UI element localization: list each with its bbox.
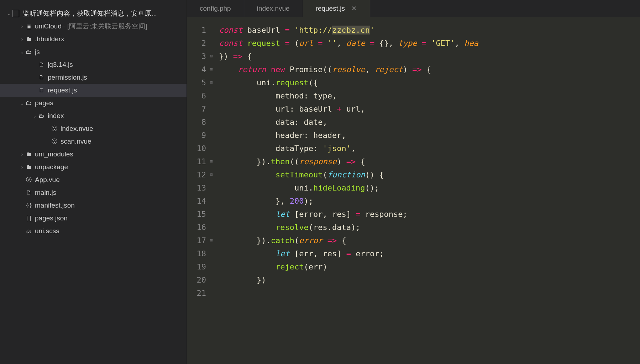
tree-item-request-js[interactable]: 🗋request.js xyxy=(0,84,187,97)
project-title: 监听通知栏内容，获取通知栏消息，安卓原... xyxy=(23,9,157,18)
tree-item--hbuilderx[interactable]: ›🖿.hbuilderx xyxy=(0,33,187,46)
tree-item-label: index.nvue xyxy=(61,125,93,133)
code-line[interactable]: }).then((response) => { xyxy=(219,155,640,168)
tree-item-scan-nvue[interactable]: Ⓥscan.nvue xyxy=(0,135,187,148)
line-number: 11 xyxy=(187,155,206,168)
line-number: 3 xyxy=(187,50,206,63)
code-line[interactable]: reject(err) xyxy=(219,260,640,273)
code-line[interactable]: }) => { xyxy=(219,50,640,63)
chevron-down-icon[interactable]: ⌄ xyxy=(19,49,25,55)
fold-spacer xyxy=(208,273,215,287)
fold-toggle-icon[interactable]: ⊟ xyxy=(208,63,215,76)
tree-item-label: js xyxy=(35,48,40,56)
line-number: 18 xyxy=(187,247,206,260)
code-line[interactable]: uni.hideLoading(); xyxy=(219,181,640,194)
code-line[interactable]: }) xyxy=(219,273,640,287)
code-line[interactable]: uni.request({ xyxy=(219,76,640,89)
tree-item-suffix: – [阿里云:未关联云服务空间] xyxy=(62,22,147,31)
tab-config-php[interactable]: config.php xyxy=(187,0,244,17)
tree-item-label: uni.scss xyxy=(35,227,59,235)
folder-open-icon: 🗁 xyxy=(25,49,33,55)
line-number: 10 xyxy=(187,142,206,155)
tree-item-unpackage[interactable]: ›🖿unpackage xyxy=(0,161,187,173)
close-icon[interactable]: ✕ xyxy=(351,5,357,12)
code-editor[interactable]: 123456789101112131415161718192021 ⊟⊟⊟⊟⊟⊟… xyxy=(187,17,640,364)
tab-request-js[interactable]: request.js✕ xyxy=(303,0,370,17)
code-line[interactable]: return new Promise((resolve, reject) => … xyxy=(219,63,640,76)
code-line[interactable]: resolve(res.data); xyxy=(219,221,640,234)
fold-toggle-icon[interactable]: ⊟ xyxy=(208,155,215,168)
line-number: 19 xyxy=(187,260,206,273)
line-number: 1 xyxy=(187,23,206,37)
fold-spacer xyxy=(208,287,215,300)
chevron-right-icon[interactable]: › xyxy=(19,36,25,42)
fold-spacer xyxy=(208,37,215,50)
fold-spacer xyxy=(208,129,215,142)
tree-item-label: .hbuilderx xyxy=(35,35,64,43)
line-number: 13 xyxy=(187,181,206,194)
code-line[interactable]: }).catch(error => { xyxy=(219,234,640,247)
tree-item-app-vue[interactable]: ⓋApp.vue xyxy=(0,173,187,186)
tree-item-index-nvue[interactable]: Ⓥindex.nvue xyxy=(0,122,187,135)
line-number: 9 xyxy=(187,129,206,142)
chevron-down-icon[interactable]: ⌄ xyxy=(19,100,25,106)
folder-icon: 🖿 xyxy=(25,164,33,170)
fold-toggle-icon[interactable]: ⊟ xyxy=(208,76,215,89)
tree-item-label: pages xyxy=(35,99,53,107)
line-number: 5 xyxy=(187,76,206,89)
folder-icon: 🖿 xyxy=(25,36,33,42)
chevron-right-icon[interactable]: › xyxy=(19,151,25,157)
code-line[interactable]: data: date, xyxy=(219,116,640,129)
fold-spacer xyxy=(208,89,215,102)
tree-item-label: permission.js xyxy=(48,74,87,81)
code-line[interactable]: url: baseUrl + url, xyxy=(219,102,640,116)
line-number: 7 xyxy=(187,102,206,116)
tree-item-pages[interactable]: ⌄🗁pages xyxy=(0,97,187,109)
chevron-down-icon[interactable]: ⌄ xyxy=(32,113,38,119)
tree-item-permission-js[interactable]: 🗋permission.js xyxy=(0,71,187,84)
fold-spacer xyxy=(208,247,215,260)
tree-item-pages-json[interactable]: [ ]pages.json xyxy=(0,212,187,225)
chevron-right-icon[interactable]: › xyxy=(19,164,25,170)
code-line[interactable]: const baseUrl = 'http://zzcbz.cn' xyxy=(219,23,640,37)
code-line[interactable] xyxy=(219,287,640,300)
file-nvue-icon: Ⓥ xyxy=(51,125,58,133)
tree-root[interactable]: ⌄ 监听通知栏内容，获取通知栏消息，安卓原... xyxy=(0,7,187,20)
line-number: 12 xyxy=(187,168,206,181)
folder-open-icon: 🗁 xyxy=(25,100,33,106)
fold-toggle-icon[interactable]: ⊟ xyxy=(208,234,215,247)
fold-spacer xyxy=(208,194,215,208)
file-js-icon: 🗋 xyxy=(38,74,46,81)
code-line[interactable]: dataType: 'json', xyxy=(219,142,640,155)
tree-item-index[interactable]: ⌄🗁index xyxy=(0,109,187,122)
code-line[interactable]: setTimeout(function() { xyxy=(219,168,640,181)
tree-item-main-js[interactable]: 🗋main.js xyxy=(0,186,187,199)
tree-item-unicloud[interactable]: ›▣uniCloud – [阿里云:未关联云服务空间] xyxy=(0,20,187,33)
line-number: 2 xyxy=(187,37,206,50)
code-line[interactable]: let [err, res] = error; xyxy=(219,247,640,260)
tree-item-uni-modules[interactable]: ›🖿uni_modules xyxy=(0,148,187,161)
fold-toggle-icon[interactable]: ⊟ xyxy=(208,50,215,63)
code-line[interactable]: let [error, res] = response; xyxy=(219,208,640,221)
tree-item-label: jq3.14.js xyxy=(48,61,73,69)
tab-index-nvue[interactable]: index.nvue xyxy=(244,0,303,17)
fold-spacer xyxy=(208,181,215,194)
fold-toggle-icon[interactable]: ⊟ xyxy=(208,168,215,181)
tree-item-jq3-14-js[interactable]: 🗋jq3.14.js xyxy=(0,58,187,71)
code-line[interactable]: method: type, xyxy=(219,89,640,102)
tree-item-label: request.js xyxy=(48,86,77,94)
code-content[interactable]: const baseUrl = 'http://zzcbz.cn'const r… xyxy=(215,23,640,364)
fold-spacer xyxy=(208,23,215,37)
code-line[interactable]: const request = (url = '', date = {}, ty… xyxy=(219,37,640,50)
tree-item-uni-scss[interactable]: ᔖuni.scss xyxy=(0,225,187,237)
fold-spacer xyxy=(208,116,215,129)
line-number-gutter: 123456789101112131415161718192021 xyxy=(187,23,208,364)
tab-label: config.php xyxy=(200,5,231,12)
tree-item-label: main.js xyxy=(35,189,56,197)
tree-item-manifest-json[interactable]: {·}manifest.json xyxy=(0,199,187,212)
code-line[interactable]: }, 200); xyxy=(219,194,640,208)
code-line[interactable]: header: header, xyxy=(219,129,640,142)
line-number: 4 xyxy=(187,63,206,76)
chevron-right-icon[interactable]: › xyxy=(19,23,25,29)
tree-item-js[interactable]: ⌄🗁js xyxy=(0,46,187,58)
